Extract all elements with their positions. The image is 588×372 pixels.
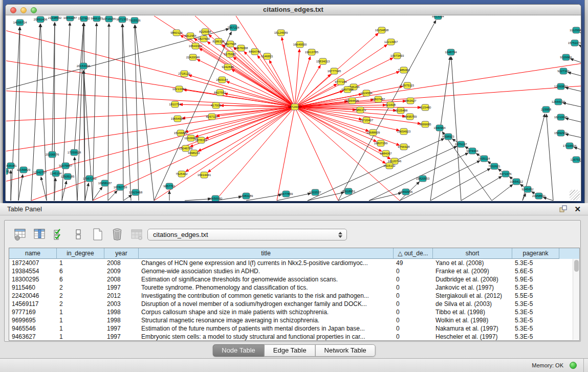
graph-node[interactable]: 2935114 bbox=[478, 156, 491, 162]
graph-node[interactable]: 16720407 bbox=[360, 117, 374, 123]
tab-network-table[interactable]: Network Table bbox=[315, 344, 376, 357]
graph-node[interactable]: 215958 bbox=[541, 106, 552, 113]
graph-node[interactable]: 8471676 bbox=[499, 171, 512, 177]
clear-selection-icon[interactable] bbox=[71, 228, 85, 242]
graph-node[interactable]: 16958187 bbox=[98, 180, 112, 186]
table-row[interactable]: 946554611997Estimation of the future num… bbox=[9, 324, 572, 333]
graph-node[interactable]: 9227343 bbox=[557, 68, 570, 74]
graph-node[interactable]: 16495759 bbox=[403, 114, 417, 120]
table-row[interactable]: 977716911998Corpus callosum shape and si… bbox=[9, 308, 572, 316]
table-selector-dropdown[interactable]: citations_edges.txt bbox=[147, 229, 347, 240]
graph-node[interactable]: 7957224 bbox=[227, 25, 239, 31]
graph-node[interactable]: 7485063 bbox=[398, 67, 410, 73]
float-panel-icon[interactable] bbox=[559, 205, 567, 213]
graph-node[interactable]: 12083189 bbox=[239, 193, 253, 199]
network-canvas[interactable]: 1872400798601248912954822605898275091654… bbox=[6, 16, 581, 201]
table-row[interactable]: 1456911722003Disruption of a novel membe… bbox=[9, 300, 572, 308]
graph-node[interactable]: 15477869 bbox=[279, 191, 293, 197]
graph-node[interactable]: 16154838 bbox=[375, 27, 389, 33]
graph-node[interactable]: 8813054 bbox=[432, 16, 444, 19]
graph-node[interactable]: 1648794 bbox=[445, 49, 457, 55]
graph-node[interactable]: 9115460 bbox=[420, 104, 432, 111]
graph-node[interactable]: 10654112 bbox=[510, 179, 524, 185]
graph-node[interactable]: 9756928 bbox=[398, 144, 410, 150]
column-header-name[interactable]: name bbox=[9, 248, 57, 259]
graph-node[interactable]: 2803144 bbox=[216, 77, 228, 83]
table-row[interactable]: 1872400712008Changes of HCN gene express… bbox=[9, 259, 572, 267]
graph-node[interactable]: 10653287 bbox=[63, 16, 77, 21]
graph-node[interactable]: 16777345 bbox=[328, 68, 341, 74]
graph-node[interactable]: 16650080 bbox=[209, 195, 223, 201]
close-window-button[interactable] bbox=[10, 7, 16, 13]
graph-node[interactable]: 9245652 bbox=[521, 186, 534, 192]
graph-node[interactable]: 9857791 bbox=[163, 183, 176, 189]
graph-node[interactable]: 19613785 bbox=[305, 49, 319, 55]
graph-node[interactable]: 10688609 bbox=[366, 129, 380, 136]
graph-node[interactable]: 9329966 bbox=[560, 54, 572, 60]
graph-node[interactable]: 29676068 bbox=[234, 45, 248, 51]
graph-node[interactable]: 12213363 bbox=[172, 86, 186, 92]
graph-node[interactable]: 9146821 bbox=[261, 53, 273, 59]
graph-node[interactable]: 1145194 bbox=[50, 170, 62, 177]
graph-node[interactable]: 331591 bbox=[6, 168, 10, 174]
graph-node[interactable]: 14055714 bbox=[13, 19, 27, 26]
graph-node[interactable]: 12444135 bbox=[552, 99, 565, 105]
close-panel-icon[interactable]: ✕ bbox=[574, 206, 581, 213]
graph-node[interactable]: 12975115 bbox=[401, 82, 415, 89]
table-body[interactable]: 1872400712008Changes of HCN gene express… bbox=[9, 259, 572, 340]
graph-node[interactable]: 12213967 bbox=[384, 39, 398, 45]
graph-node[interactable]: 21338592 bbox=[48, 16, 62, 21]
graph-node[interactable]: 17016504 bbox=[563, 143, 577, 149]
graph-node[interactable]: 417006 bbox=[211, 102, 222, 108]
graph-node[interactable]: 19654908 bbox=[171, 116, 185, 122]
tab-node-table[interactable]: Node Table bbox=[212, 344, 265, 357]
column-header-in_degree[interactable]: in_degree bbox=[57, 248, 104, 259]
graph-node[interactable]: 30975887 bbox=[59, 163, 73, 169]
graph-node[interactable]: 1640994 bbox=[433, 125, 446, 131]
graph-node[interactable]: 2718120 bbox=[178, 71, 190, 77]
graph-node[interactable]: 9203537 bbox=[309, 189, 321, 195]
select-all-rows-icon[interactable] bbox=[52, 228, 66, 242]
column-header-out_de...[interactable]: △ out_de... bbox=[394, 248, 433, 259]
table-row[interactable]: 946362711997Embryonic stem cells: a mode… bbox=[9, 333, 572, 340]
graph-node[interactable]: 9466163 bbox=[91, 16, 103, 21]
graph-node[interactable]: 9242848 bbox=[222, 64, 234, 70]
zoom-window-button[interactable] bbox=[31, 7, 37, 13]
graph-node[interactable]: 9699695 bbox=[419, 121, 431, 127]
show-columns-icon[interactable] bbox=[32, 228, 46, 242]
table-row[interactable]: 1938455462009Genome-wide association stu… bbox=[9, 267, 572, 275]
graph-node[interactable]: 10719155 bbox=[102, 16, 116, 22]
resize-grip[interactable] bbox=[570, 190, 580, 200]
table-row[interactable]: 969969511998Structural magnetic resonanc… bbox=[9, 316, 572, 324]
graph-node[interactable]: 1527602 bbox=[78, 16, 90, 21]
column-header-year[interactable]: year bbox=[104, 248, 139, 259]
graph-node[interactable]: 7615526 bbox=[128, 17, 141, 24]
table-row[interactable]: 911546021997Tourette syndrome. Phenomeno… bbox=[9, 283, 572, 292]
scrollbar-thumb[interactable] bbox=[574, 260, 579, 272]
graph-node[interactable]: 16649500 bbox=[293, 41, 307, 48]
graph-node[interactable]: 621608 bbox=[385, 102, 396, 108]
table-row[interactable]: 2242004622012Investigating the contribut… bbox=[9, 292, 572, 300]
graph-node[interactable]: 20206576 bbox=[46, 151, 59, 158]
graph-node[interactable]: 20891406 bbox=[34, 16, 48, 23]
graph-node[interactable]: 15124549 bbox=[274, 30, 288, 36]
graph-node[interactable]: 16782759 bbox=[114, 184, 127, 190]
graph-node[interactable]: 1810754 bbox=[169, 101, 181, 107]
create-new-table-icon[interactable] bbox=[91, 228, 104, 242]
graph-node[interactable]: 15820553 bbox=[416, 176, 430, 182]
graph-node[interactable]: 20153346 bbox=[77, 63, 91, 69]
graph-node[interactable]: 15834013 bbox=[316, 58, 330, 64]
tab-edge-table[interactable]: Edge Table bbox=[264, 344, 316, 357]
table-settings-icon[interactable] bbox=[13, 228, 27, 242]
graph-node[interactable]: 20958531 bbox=[532, 193, 546, 199]
delete-rows-icon[interactable] bbox=[110, 228, 124, 242]
graph-node[interactable]: 22420046 bbox=[186, 54, 200, 60]
column-header-short[interactable]: short bbox=[433, 248, 512, 259]
graph-node[interactable]: 7625402 bbox=[176, 171, 188, 177]
table-vertical-scrollbar[interactable] bbox=[573, 259, 579, 340]
minimize-window-button[interactable] bbox=[20, 7, 27, 13]
graph-node[interactable]: 10025488 bbox=[394, 107, 408, 114]
citation-network-graph[interactable]: 1872400798601248912954822605898275091654… bbox=[6, 16, 581, 201]
column-header-pagerank[interactable]: pagerank bbox=[512, 248, 559, 259]
graph-node[interactable]: 12342757 bbox=[33, 169, 47, 176]
